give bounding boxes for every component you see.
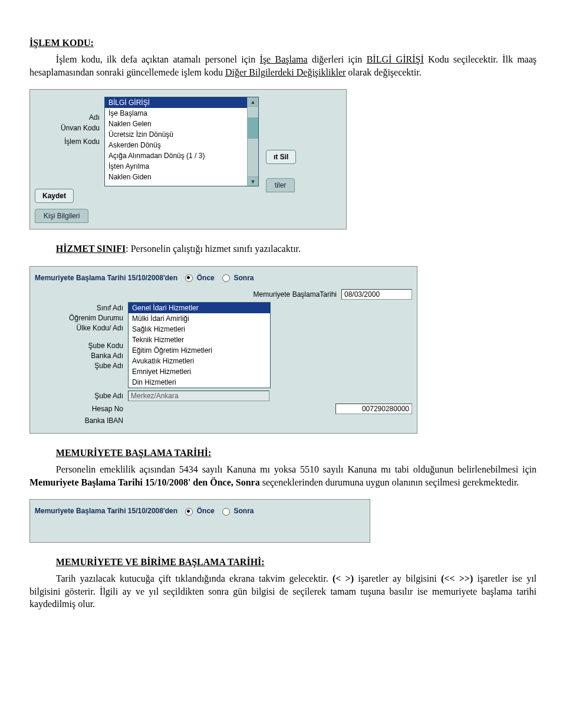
panel-header: Memuriyete Başlama Tarihi 15/10/2008'den… — [35, 271, 412, 287]
label-ogrenim-durumu: Öğrenim Durumu — [35, 314, 123, 322]
kaydet-button[interactable]: Kaydet — [35, 189, 74, 203]
option-egitim[interactable]: Eğitim Öğretim Hizmetleri — [129, 345, 270, 356]
option-mulki-idari[interactable]: Mülki İdari Amirliği — [129, 313, 270, 324]
option-saglik[interactable]: Sağlık Hizmetleri — [129, 324, 270, 335]
text-bold-tarih: Memuriyete Başlama Tarihi 15/10/2008' de… — [29, 477, 260, 487]
field-sube-adi: Merkez/Ankara — [128, 391, 269, 401]
option-bilgi-girisi[interactable]: BİLGİ GİRİŞİ — [105, 97, 258, 108]
paragraph-hizmet-sinifi: HİZMET SINIFI: Personelin çalıştığı hizm… — [29, 242, 537, 255]
option-emniyet[interactable]: Emniyet Hizmetleri — [129, 366, 270, 377]
option-aciga-alinmadan[interactable]: Açığa Alınmadan Dönüş (1 / 3) — [105, 150, 258, 161]
text: : Personelin çalıştığı hizmet sınıfı yaz… — [126, 244, 301, 254]
screenshot-tarih-secimi: Memuriyete Başlama Tarihi 15/10/2008'den… — [29, 499, 370, 543]
text-bold-bilgi-girisi: BİLGİ GİRİŞİ — [367, 54, 424, 64]
field-memuriyete-baslama-tarihi[interactable]: 08/03/2000 — [341, 289, 412, 300]
sil-button[interactable]: ıt Sil — [266, 150, 296, 164]
option-isten-ayrilma[interactable]: İşten Ayrılma — [105, 161, 258, 172]
scroll-down-icon[interactable]: ▼ — [248, 176, 258, 186]
text: Personelin emeklilik açısından 5434 sayı… — [56, 464, 537, 474]
option-avukatlik[interactable]: Avukatlık Hizmetleri — [129, 356, 270, 366]
paragraph-birime-baslama: Tarih yazılacak kutucuğa çift tıklandığı… — [29, 572, 537, 611]
label-banka-iban: Banka IBAN — [35, 417, 128, 425]
option-genel-idari[interactable]: Genel İdari Hizmetler — [129, 303, 270, 313]
label-ulke-kodu: Ülke Kodu/ Adı — [35, 324, 123, 332]
text: olarak değişecektir. — [348, 67, 421, 77]
label-sube-kodu: Şube Kodu — [35, 342, 123, 350]
text: işaretler ay bilgisini — [358, 573, 441, 583]
dropdown-islem-kodu[interactable]: BİLGİ GİRİŞİ İşe Başlama Naklen Gelen Üc… — [104, 97, 259, 186]
option-askerden-donus[interactable]: Askerden Dönüş — [105, 140, 258, 150]
heading-hizmet-sinifi: HİZMET SINIFI — [56, 244, 126, 254]
radio-once-2[interactable] — [185, 508, 193, 516]
heading-memuriyete-baslama: MEMURİYETE BAŞLAMA TARİHİ: — [56, 448, 537, 458]
paragraph-islem-kodu: İşlem kodu, ilk defa açıktan atamalı per… — [29, 53, 537, 78]
text-bold-ise-baslama: İşe Başlama — [260, 54, 308, 64]
radio-sonra[interactable] — [222, 274, 230, 282]
screenshot-hizmet-sinifi: Memuriyete Başlama Tarihi 15/10/2008'den… — [29, 266, 417, 434]
radio-once[interactable] — [185, 274, 193, 282]
label-unvan-kodu: Ünvan Kodu — [35, 124, 104, 132]
label-banka-adi: Banka Adı — [35, 352, 123, 360]
option-ucretsiz-izin[interactable]: Ücretsiz İzin Dönüşü — [105, 129, 258, 140]
label-islem-kodu: İşlem Kodu — [35, 137, 104, 146]
option-teknik[interactable]: Teknik Hizmetler — [129, 335, 270, 345]
option-naklen-giden[interactable]: Naklen Giden — [105, 172, 258, 182]
radio-sonra-2[interactable] — [222, 508, 230, 516]
label-sonra: Sonra — [233, 274, 254, 282]
tab-kisi-bilgileri[interactable]: Kişi Bilgileri — [35, 209, 88, 223]
header-text: Memuriyete Başlama Tarihi 15/10/2008'den — [35, 274, 177, 282]
tab-other[interactable]: tiler — [266, 178, 295, 192]
scrollbar[interactable]: ▲ ▼ — [247, 97, 258, 186]
label-sinif-adi: Sınıf Adı — [35, 304, 123, 312]
dropdown-sinif-adi[interactable]: Genel İdari Hizmetler Mülki İdari Amirli… — [128, 302, 271, 388]
label-once: Önce — [197, 274, 215, 282]
label-memuriyete-baslama: Memuriyete BaşlamaTarihi — [248, 290, 341, 299]
scroll-up-icon[interactable]: ▲ — [248, 97, 258, 107]
text: seçeneklerinden durumuna uygun olanının … — [262, 477, 519, 487]
text-bold-diger-bilgiler: Diğer Bilgilerdeki Değişiklikler — [225, 67, 345, 77]
panel-header-2: Memuriyete Başlama Tarihi 15/10/2008'den… — [35, 504, 365, 520]
text: Tarih yazılacak kutucuğa çift tıklandığı… — [56, 573, 333, 583]
text: diğerleri için — [312, 54, 367, 64]
text-bold-ay-isaret: (< >) — [333, 573, 354, 583]
label-sube-adi: Şube Adı — [35, 362, 123, 370]
option-naklen-gelen[interactable]: Naklen Gelen — [105, 119, 258, 129]
option-din[interactable]: Din Hizmetleri — [129, 377, 270, 388]
label-sube-adi-2: Şube Adı — [35, 392, 128, 400]
label-hesap-no: Hesap No — [35, 405, 128, 413]
option-ise-baslama[interactable]: İşe Başlama — [105, 108, 258, 119]
text: İşlem kodu, ilk defa açıktan atamalı per… — [56, 54, 260, 64]
label-once-2: Önce — [197, 507, 215, 515]
heading-islem-kodu: İŞLEM KODU: — [29, 38, 537, 48]
heading-birime-baslama: MEMURİYETE VE BİRİME BAŞLAMA TARİHİ: — [56, 557, 537, 568]
label-sonra-2: Sonra — [233, 507, 254, 515]
screenshot-islem-kodu-dropdown: İşlem Kodu BİLGİ GİRİŞİ İşe Başlama Nakl… — [29, 89, 347, 229]
label-adi: Adı — [35, 113, 104, 122]
scroll-thumb[interactable] — [248, 117, 258, 139]
text-bold-yil-isaret: (<< >>) — [441, 573, 473, 583]
header-text-2: Memuriyete Başlama Tarihi 15/10/2008'den — [35, 507, 177, 515]
paragraph-memuriyete-baslama: Personelin emeklilik açısından 5434 sayı… — [29, 463, 537, 488]
field-hesap-no[interactable]: 007290280000 — [335, 404, 412, 414]
